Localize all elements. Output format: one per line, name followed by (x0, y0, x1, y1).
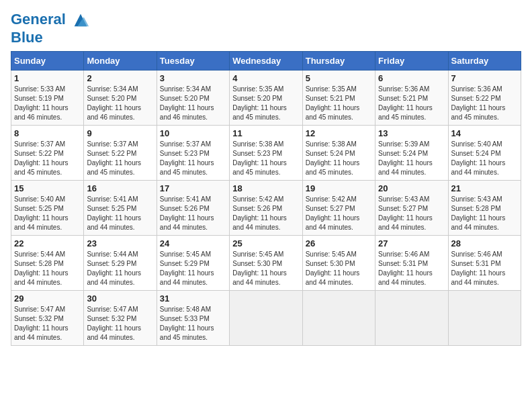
day-info: Sunrise: 5:41 AM Sunset: 5:25 PM Dayligh… (87, 195, 153, 232)
day-info: Sunrise: 5:36 AM Sunset: 5:22 PM Dayligh… (451, 85, 518, 122)
calendar-table: SundayMondayTuesdayWednesdayThursdayFrid… (11, 51, 521, 346)
calendar-cell: 27Sunrise: 5:46 AM Sunset: 5:31 PM Dayli… (375, 236, 448, 291)
day-info: Sunrise: 5:35 AM Sunset: 5:20 PM Dayligh… (232, 85, 299, 122)
calendar-week-1: 1Sunrise: 5:33 AM Sunset: 5:19 PM Daylig… (11, 71, 521, 126)
day-number: 31 (160, 293, 226, 304)
day-number: 26 (306, 238, 372, 248)
logo: General Blue (11, 11, 90, 46)
calendar-cell (302, 291, 375, 346)
day-number: 28 (451, 238, 518, 248)
day-number: 19 (306, 183, 372, 193)
calendar-cell: 26Sunrise: 5:45 AM Sunset: 5:30 PM Dayli… (302, 236, 375, 291)
calendar-cell (230, 291, 302, 346)
day-info: Sunrise: 5:37 AM Sunset: 5:22 PM Dayligh… (87, 140, 153, 177)
day-number: 17 (160, 183, 226, 193)
day-number: 24 (160, 238, 226, 248)
calendar-cell: 8Sunrise: 5:37 AM Sunset: 5:22 PM Daylig… (11, 126, 84, 181)
day-info: Sunrise: 5:46 AM Sunset: 5:31 PM Dayligh… (378, 250, 445, 287)
calendar-cell (375, 291, 448, 346)
day-number: 8 (14, 128, 81, 138)
day-info: Sunrise: 5:34 AM Sunset: 5:20 PM Dayligh… (160, 85, 226, 122)
column-header-thursday: Thursday (302, 52, 375, 71)
day-info: Sunrise: 5:42 AM Sunset: 5:26 PM Dayligh… (232, 195, 299, 232)
calendar-header-row: SundayMondayTuesdayWednesdayThursdayFrid… (11, 52, 521, 71)
day-number: 21 (451, 183, 518, 193)
day-number: 20 (378, 183, 445, 193)
day-number: 22 (14, 238, 81, 248)
day-number: 13 (378, 128, 445, 138)
calendar-cell: 6Sunrise: 5:36 AM Sunset: 5:21 PM Daylig… (375, 71, 448, 126)
day-info: Sunrise: 5:37 AM Sunset: 5:22 PM Dayligh… (14, 140, 81, 177)
calendar-cell: 11Sunrise: 5:38 AM Sunset: 5:23 PM Dayli… (230, 126, 302, 181)
calendar-cell: 9Sunrise: 5:37 AM Sunset: 5:22 PM Daylig… (84, 126, 157, 181)
day-number: 12 (306, 128, 372, 138)
day-info: Sunrise: 5:36 AM Sunset: 5:21 PM Dayligh… (378, 85, 445, 122)
day-info: Sunrise: 5:42 AM Sunset: 5:27 PM Dayligh… (306, 195, 372, 232)
day-info: Sunrise: 5:45 AM Sunset: 5:30 PM Dayligh… (232, 250, 299, 287)
day-number: 1 (14, 73, 81, 83)
day-info: Sunrise: 5:48 AM Sunset: 5:33 PM Dayligh… (160, 305, 226, 342)
day-info: Sunrise: 5:45 AM Sunset: 5:30 PM Dayligh… (306, 250, 372, 287)
logo-icon (71, 11, 90, 30)
calendar-cell: 28Sunrise: 5:46 AM Sunset: 5:31 PM Dayli… (448, 236, 521, 291)
day-info: Sunrise: 5:40 AM Sunset: 5:24 PM Dayligh… (451, 140, 518, 177)
day-number: 9 (87, 128, 153, 138)
calendar-week-4: 22Sunrise: 5:44 AM Sunset: 5:28 PM Dayli… (11, 236, 521, 291)
column-header-saturday: Saturday (448, 52, 521, 71)
calendar-cell: 19Sunrise: 5:42 AM Sunset: 5:27 PM Dayli… (302, 181, 375, 236)
calendar-cell: 25Sunrise: 5:45 AM Sunset: 5:30 PM Dayli… (230, 236, 302, 291)
day-info: Sunrise: 5:46 AM Sunset: 5:31 PM Dayligh… (451, 250, 518, 287)
calendar-cell: 4Sunrise: 5:35 AM Sunset: 5:20 PM Daylig… (230, 71, 302, 126)
calendar-cell: 15Sunrise: 5:40 AM Sunset: 5:25 PM Dayli… (11, 181, 84, 236)
day-info: Sunrise: 5:37 AM Sunset: 5:23 PM Dayligh… (160, 140, 226, 177)
header: General Blue (11, 11, 521, 46)
day-number: 14 (451, 128, 518, 138)
day-number: 30 (87, 293, 153, 304)
day-info: Sunrise: 5:43 AM Sunset: 5:27 PM Dayligh… (378, 195, 445, 232)
calendar-cell: 17Sunrise: 5:41 AM Sunset: 5:26 PM Dayli… (157, 181, 229, 236)
day-number: 4 (232, 73, 299, 83)
column-header-sunday: Sunday (11, 52, 84, 71)
day-number: 3 (160, 73, 226, 83)
calendar-cell: 24Sunrise: 5:45 AM Sunset: 5:29 PM Dayli… (157, 236, 229, 291)
calendar-cell (448, 291, 521, 346)
day-info: Sunrise: 5:40 AM Sunset: 5:25 PM Dayligh… (14, 195, 81, 232)
column-header-monday: Monday (84, 52, 157, 71)
day-info: Sunrise: 5:44 AM Sunset: 5:28 PM Dayligh… (14, 250, 81, 287)
calendar-cell: 14Sunrise: 5:40 AM Sunset: 5:24 PM Dayli… (448, 126, 521, 181)
calendar-cell: 7Sunrise: 5:36 AM Sunset: 5:22 PM Daylig… (448, 71, 521, 126)
calendar-cell: 29Sunrise: 5:47 AM Sunset: 5:32 PM Dayli… (11, 291, 84, 346)
day-info: Sunrise: 5:34 AM Sunset: 5:20 PM Dayligh… (87, 85, 153, 122)
day-info: Sunrise: 5:38 AM Sunset: 5:24 PM Dayligh… (306, 140, 372, 177)
calendar-cell: 12Sunrise: 5:38 AM Sunset: 5:24 PM Dayli… (302, 126, 375, 181)
day-number: 18 (232, 183, 299, 193)
calendar-week-2: 8Sunrise: 5:37 AM Sunset: 5:22 PM Daylig… (11, 126, 521, 181)
day-info: Sunrise: 5:39 AM Sunset: 5:24 PM Dayligh… (378, 140, 445, 177)
day-number: 7 (451, 73, 518, 83)
day-info: Sunrise: 5:47 AM Sunset: 5:32 PM Dayligh… (14, 305, 81, 342)
calendar-cell: 31Sunrise: 5:48 AM Sunset: 5:33 PM Dayli… (157, 291, 229, 346)
day-info: Sunrise: 5:35 AM Sunset: 5:21 PM Dayligh… (306, 85, 372, 122)
day-number: 25 (232, 238, 299, 248)
calendar-cell: 1Sunrise: 5:33 AM Sunset: 5:19 PM Daylig… (11, 71, 84, 126)
day-number: 2 (87, 73, 153, 83)
day-info: Sunrise: 5:43 AM Sunset: 5:28 PM Dayligh… (451, 195, 518, 232)
day-number: 15 (14, 183, 81, 193)
calendar-cell: 21Sunrise: 5:43 AM Sunset: 5:28 PM Dayli… (448, 181, 521, 236)
calendar-cell: 18Sunrise: 5:42 AM Sunset: 5:26 PM Dayli… (230, 181, 302, 236)
day-info: Sunrise: 5:41 AM Sunset: 5:26 PM Dayligh… (160, 195, 226, 232)
day-info: Sunrise: 5:45 AM Sunset: 5:29 PM Dayligh… (160, 250, 226, 287)
calendar-cell: 23Sunrise: 5:44 AM Sunset: 5:29 PM Dayli… (84, 236, 157, 291)
day-info: Sunrise: 5:47 AM Sunset: 5:32 PM Dayligh… (87, 305, 153, 342)
day-number: 27 (378, 238, 445, 248)
column-header-friday: Friday (375, 52, 448, 71)
calendar-cell: 5Sunrise: 5:35 AM Sunset: 5:21 PM Daylig… (302, 71, 375, 126)
day-number: 23 (87, 238, 153, 248)
day-number: 29 (14, 293, 81, 304)
column-header-tuesday: Tuesday (157, 52, 229, 71)
day-info: Sunrise: 5:38 AM Sunset: 5:23 PM Dayligh… (232, 140, 299, 177)
calendar-cell: 10Sunrise: 5:37 AM Sunset: 5:23 PM Dayli… (157, 126, 229, 181)
calendar-cell: 2Sunrise: 5:34 AM Sunset: 5:20 PM Daylig… (84, 71, 157, 126)
calendar-cell: 30Sunrise: 5:47 AM Sunset: 5:32 PM Dayli… (84, 291, 157, 346)
calendar-cell: 20Sunrise: 5:43 AM Sunset: 5:27 PM Dayli… (375, 181, 448, 236)
